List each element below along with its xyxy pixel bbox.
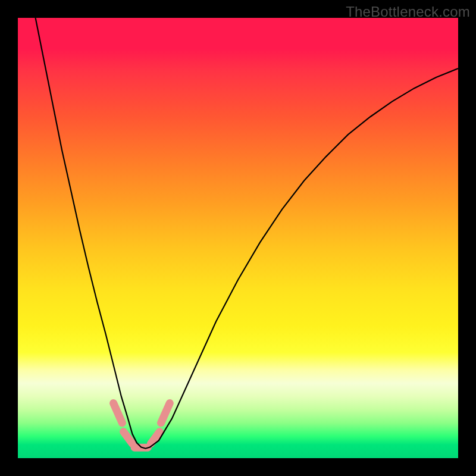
chart-frame: TheBottleneck.com xyxy=(0,0,476,476)
bottleneck-curve xyxy=(36,18,458,449)
plot-area xyxy=(18,18,458,458)
highlight-segment xyxy=(114,403,123,423)
highlight-segment xyxy=(161,403,170,423)
watermark-text: TheBottleneck.com xyxy=(346,4,470,20)
curve-svg xyxy=(18,18,458,458)
highlight-segment xyxy=(151,432,159,444)
highlight-segment xyxy=(124,432,133,444)
